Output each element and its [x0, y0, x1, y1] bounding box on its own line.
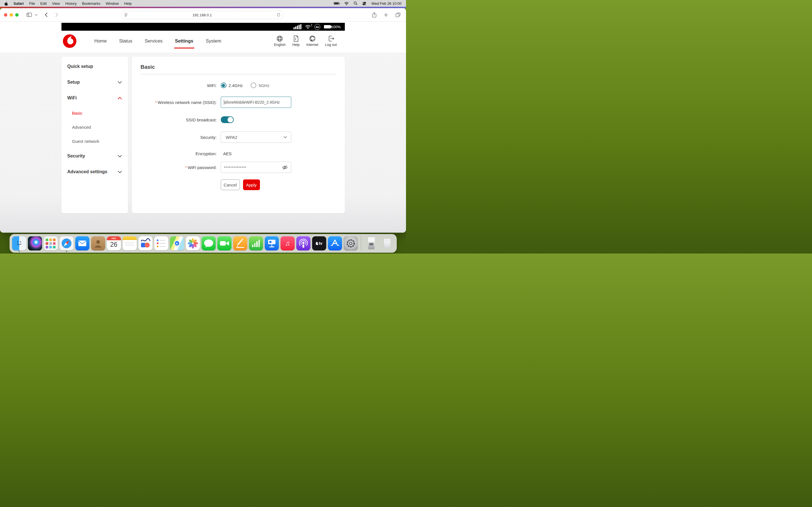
help-button[interactable]: Help [292, 35, 300, 47]
back-icon[interactable] [42, 11, 50, 19]
sidebar-item-security[interactable]: Security [61, 148, 128, 164]
chevron-down-icon [283, 136, 287, 138]
internet-label: Internet [306, 43, 318, 47]
address-bar[interactable]: 192.168.0.1 [121, 11, 283, 19]
menu-item-bookmarks[interactable]: Bookmarks [82, 1, 100, 6]
url-text[interactable]: 192.168.0.1 [128, 13, 276, 17]
title-divider [141, 74, 336, 74]
contacts-icon[interactable] [91, 236, 105, 250]
sidebar-item-setup[interactable]: Setup [61, 74, 128, 90]
wifi-icon: 1 [305, 25, 311, 29]
menu-item-edit[interactable]: Edit [40, 1, 47, 6]
apple-tv-icon[interactable]: tv [312, 236, 326, 250]
control-center-icon[interactable] [362, 2, 366, 5]
radio-2-4ghz[interactable] [221, 82, 226, 88]
sidebar-item-advanced-settings[interactable]: Advanced settings [61, 164, 128, 180]
drive-icon[interactable] [364, 236, 378, 250]
siri-icon[interactable] [28, 236, 42, 250]
internet-button[interactable]: Internet [306, 35, 318, 47]
sidebar-icon[interactable] [25, 11, 33, 19]
menu-item-help[interactable]: Help [124, 1, 132, 6]
sidebar-item-wifi-advanced[interactable]: Advanced [61, 120, 128, 134]
sidebar-item-wifi-basic[interactable]: Basic [61, 106, 128, 120]
photos-icon[interactable] [186, 236, 200, 250]
tabs-overview-icon[interactable] [394, 11, 402, 19]
wifi-password-input[interactable]: •••••••••••••• [221, 162, 291, 173]
ssid-input[interactable]: afoneMobileWiFi-B220_2.4GHz [221, 97, 291, 108]
app-store-icon[interactable] [328, 236, 342, 250]
share-icon[interactable] [370, 11, 378, 19]
maps-icon[interactable] [170, 236, 184, 250]
cancel-button[interactable]: Cancel [221, 179, 240, 190]
keynote-icon[interactable] [265, 236, 279, 250]
notes-icon[interactable] [123, 236, 137, 250]
menu-item-view[interactable]: View [52, 1, 60, 6]
dock-item [154, 236, 168, 252]
ssid-broadcast-toggle[interactable] [221, 116, 234, 123]
globe-icon [276, 35, 283, 42]
zoom-window-button[interactable] [15, 13, 18, 17]
vodafone-logo[interactable] [63, 34, 77, 48]
messages-icon[interactable] [202, 236, 216, 250]
nav-status[interactable]: Status [119, 38, 133, 44]
dock-item [59, 236, 73, 252]
header-utilities: English Help [274, 35, 337, 47]
close-window-button[interactable] [4, 13, 7, 17]
radio-5ghz[interactable] [251, 82, 256, 88]
dock-item: FEB 26 [107, 236, 121, 252]
battery-percent: 100% [331, 25, 341, 29]
radio-2-4ghz-label[interactable]: 2.4GHz [229, 83, 243, 88]
new-tab-icon[interactable] [382, 11, 390, 19]
dock-item: tv [312, 236, 326, 252]
page-format-icon[interactable] [124, 13, 128, 17]
nav-services[interactable]: Services [145, 38, 162, 44]
ssid-row: *Wireless network name (SSID): afoneMobi… [141, 97, 336, 108]
sidebar-item-guest-network[interactable]: Guest network [61, 134, 128, 148]
podcasts-icon[interactable] [296, 236, 310, 250]
reminders-icon[interactable] [154, 236, 168, 250]
music-icon[interactable]: ♫ [281, 236, 295, 250]
language-button[interactable]: English [274, 35, 286, 47]
sidebar-item-wifi[interactable]: WiFi [61, 90, 128, 106]
finder-icon[interactable] [12, 236, 26, 250]
chevron-down-icon [118, 155, 122, 158]
calendar-icon[interactable]: FEB 26 [107, 236, 121, 250]
safari-icon[interactable] [59, 236, 73, 250]
radio-5ghz-label[interactable]: 5GHz [259, 83, 269, 88]
mail-icon[interactable] [75, 236, 89, 250]
reload-icon[interactable] [276, 13, 281, 17]
nav-settings[interactable]: Settings [175, 38, 193, 44]
forward-icon[interactable] [52, 11, 61, 19]
menu-item-file[interactable]: File [29, 1, 35, 6]
security-select[interactable]: WPA2 [221, 131, 291, 143]
wifi-icon[interactable] [344, 2, 349, 5]
logout-button[interactable]: Log out [325, 35, 337, 47]
menu-item-safari[interactable]: Safari [13, 1, 24, 6]
eye-slash-icon[interactable] [282, 165, 288, 170]
router-admin-page: 1 4G 100% Home Status [0, 23, 406, 233]
apply-button[interactable]: Apply [243, 179, 260, 190]
menu-bar-clock[interactable]: Wed Feb 26 10:00 [371, 1, 402, 6]
launchpad-icon[interactable] [44, 236, 58, 250]
system-settings-icon[interactable] [344, 236, 358, 250]
freeform-icon[interactable] [139, 236, 153, 250]
macos-menu-bar: Safari File Edit View History Bookmarks … [0, 0, 406, 7]
sidebar-chevron-icon[interactable] [33, 11, 39, 19]
dock-item [44, 236, 58, 252]
sidebar-item-quick-setup[interactable]: Quick setup [61, 59, 128, 74]
numbers-icon[interactable] [249, 236, 263, 250]
spotlight-search-icon[interactable] [354, 1, 357, 5]
nav-home[interactable]: Home [94, 38, 107, 44]
apple-menu-icon[interactable] [4, 1, 8, 6]
nav-system[interactable]: System [206, 38, 221, 44]
menu-item-history[interactable]: History [65, 1, 77, 6]
menu-item-window[interactable]: Window [106, 1, 119, 6]
calendar-month: FEB [107, 236, 121, 240]
battery-icon[interactable] [334, 2, 340, 5]
pages-icon[interactable] [233, 236, 247, 250]
trash-icon[interactable] [380, 236, 394, 250]
signal-bars-icon [294, 24, 301, 29]
facetime-icon[interactable] [217, 236, 232, 250]
minimize-window-button[interactable] [10, 13, 13, 17]
security-label: Security: [141, 135, 217, 140]
